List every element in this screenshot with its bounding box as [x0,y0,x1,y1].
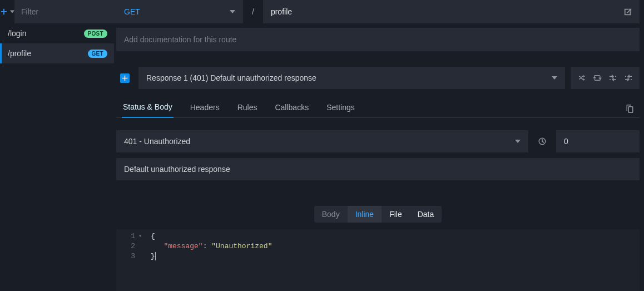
body-mode-inline[interactable]: Inline [348,206,382,223]
path-separator: / [247,0,259,23]
body-mode-row: Body Inline File Data [116,206,640,223]
add-route-button[interactable] [0,0,14,23]
response-tabs: Status & Body Headers Rules Callbacks Se… [116,97,640,118]
editor-gutter: 1 2 3 [116,229,141,291]
tab-settings[interactable]: Settings [325,97,356,117]
body-mode-data[interactable]: Data [410,206,442,223]
chevron-down-icon [552,76,557,80]
plus-icon [122,75,128,81]
svg-rect-1 [1,11,7,12]
clock-icon [534,130,551,152]
editor-code[interactable]: { "message": "Unauthorized" } [141,229,272,291]
status-row: 401 - Unauthorized [116,130,640,152]
open-external-icon[interactable] [624,8,632,16]
delay-input[interactable] [556,130,640,152]
response-row: Response 1 (401) Default unauthorized re… [116,67,640,89]
documentation-input[interactable] [116,28,640,51]
route-path: /login [8,29,26,38]
sidebar: /login POST /profile GET [0,0,114,291]
status-code-label: 401 - Unauthorized [124,137,190,146]
collapse-left-icon[interactable] [621,67,636,89]
method-badge-post: POST [84,29,107,38]
method-label: GET [124,7,140,16]
svg-rect-3 [122,77,127,78]
tab-status-body[interactable]: Status & Body [122,97,174,118]
tab-callbacks[interactable]: Callbacks [274,97,310,117]
line-number: 3 [116,251,135,262]
route-definition-row: GET / [116,0,640,23]
chevron-down-icon [515,140,521,143]
response-label: Response 1 (401) Default unauthorized re… [146,73,316,82]
add-response-button[interactable] [116,67,133,89]
shuffle-icon[interactable] [574,67,589,89]
path-input-wrap [263,0,640,23]
sidebar-top [0,0,114,23]
body-mode-label: Body [314,206,348,223]
filter-input[interactable] [14,0,125,23]
status-code-select[interactable]: 401 - Unauthorized [116,130,528,152]
response-select[interactable]: Response 1 (401) Default unauthorized re… [138,67,565,89]
repeat-icon[interactable] [589,67,605,89]
response-description-input[interactable] [116,158,640,180]
route-item-login[interactable]: /login POST [0,23,114,43]
collapse-right-icon[interactable] [605,67,621,89]
method-select[interactable]: GET [116,0,243,23]
body-mode-file[interactable]: File [382,206,410,223]
body-editor[interactable]: 1 2 3 { "message": "Unauthorized" } [116,229,640,291]
plus-icon [0,8,8,16]
chevron-down-icon [230,10,235,13]
tab-rules[interactable]: Rules [236,97,259,117]
main-panel: GET / Response 1 (401) Default unauthori… [114,0,644,291]
response-mode-icons [571,67,640,89]
method-badge-get: GET [88,50,107,58]
line-number: 1 [116,231,135,241]
path-input[interactable] [271,7,624,16]
route-item-profile[interactable]: /profile GET [0,43,114,63]
route-path: /profile [8,49,31,58]
chevron-down-icon [10,9,14,14]
copy-icon[interactable] [625,104,634,117]
line-number: 2 [116,241,135,251]
tab-headers[interactable]: Headers [189,97,221,117]
body-mode-toggle: Body Inline File Data [314,206,442,223]
